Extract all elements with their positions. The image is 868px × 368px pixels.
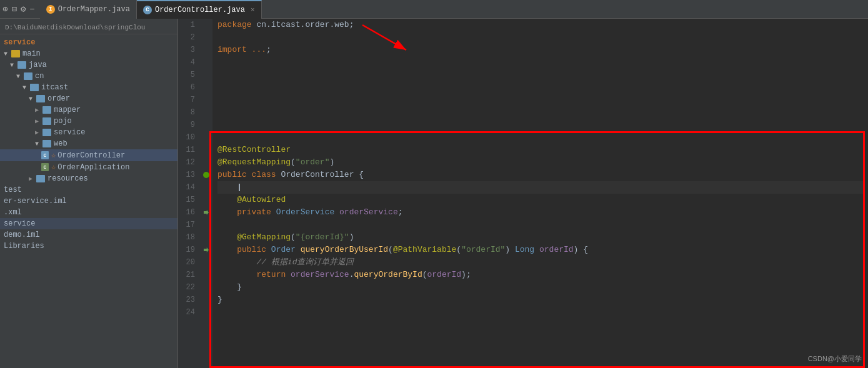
sidebar: D:\BaiduNetdiskDownload\springClou servi… xyxy=(0,19,178,368)
gutter-icons xyxy=(200,19,212,368)
code-lines[interactable]: package cn.itcast.order.web; import ...;… xyxy=(212,19,868,368)
sidebar-item-cn[interactable]: ▼ cn xyxy=(0,71,177,82)
code-line-4 xyxy=(217,56,863,69)
gutter-arrow-16 xyxy=(204,210,209,215)
tab-toolbar-icons: ⊕ ⊟ ⚙ − xyxy=(2,4,35,14)
file-icon-ordercontroller: C xyxy=(41,151,49,159)
code-area: 1 2 3 4 5 6 7 8 9 10 11 12 13 14 15 16 1… xyxy=(178,19,868,368)
mapper-label: mapper xyxy=(54,106,81,114)
sidebar-item-java[interactable]: ▼ java xyxy=(0,59,177,71)
web-label: web xyxy=(54,139,67,148)
code-line-21: return orderService.queryOrderById(order… xyxy=(217,269,863,281)
main-layout: D:\BaiduNetdiskDownload\springClou servi… xyxy=(0,19,868,368)
sidebar-item-service-root[interactable]: service xyxy=(0,37,177,48)
arrow-main: ▼ xyxy=(4,51,10,57)
sidebar-item-order[interactable]: ▼ order xyxy=(0,93,177,104)
settings-icon[interactable]: ⚙ xyxy=(21,4,26,14)
ordercontroller-label: OrderController xyxy=(57,151,125,160)
iml-label: er-service.iml xyxy=(4,197,67,206)
arrow-order: ▼ xyxy=(29,96,35,102)
code-line-18: @GetMapping("{orderId}") xyxy=(217,231,863,244)
sidebar-path: D:\BaiduNetdiskDownload\springClou xyxy=(0,21,177,34)
orderapplication-label: OrderApplication xyxy=(57,163,129,172)
resources-label: resources xyxy=(47,174,88,183)
code-line-3: import ...; xyxy=(217,44,863,56)
arrow-service: ▶ xyxy=(35,129,41,136)
code-line-19: public Order queryOrderByUserId(@PathVar… xyxy=(217,244,863,256)
watermark: CSDN@小爱同学 xyxy=(808,352,862,365)
code-line-2 xyxy=(217,31,863,44)
arrow-resources: ▶ xyxy=(29,175,35,182)
sidebar-item-service[interactable]: ▶ service xyxy=(0,127,177,138)
folder-icon-cn xyxy=(24,72,32,80)
sidebar-item-libraries[interactable]: Libraries xyxy=(0,241,177,252)
breakpoint-13 xyxy=(203,172,209,178)
folder-icon-resources xyxy=(36,175,45,182)
code-line-16: private OrderService orderService; xyxy=(217,206,863,219)
folder-icon-mapper xyxy=(42,106,51,114)
tab-ordercontroller[interactable]: C OrderController.java × xyxy=(137,0,262,19)
code-line-20: // 根据id查询订单并返回 xyxy=(217,256,863,269)
sidebar-item-itcast[interactable]: ▼ itcast xyxy=(0,82,177,93)
tab-icon-ordercontroller: C xyxy=(143,6,152,14)
file-icon-star: ☆ xyxy=(51,151,56,160)
sidebar-item-web[interactable]: ▼ web xyxy=(0,138,177,149)
pojo-label: pojo xyxy=(54,117,72,126)
folder-icon-order xyxy=(36,95,45,102)
globe-icon[interactable]: ⊕ xyxy=(2,4,7,14)
tab-icon-ordermapper: I xyxy=(46,5,55,14)
sidebar-item-orderapplication[interactable]: C ☆ OrderApplication xyxy=(0,161,177,173)
sidebar-item-pojo[interactable]: ▶ pojo xyxy=(0,116,177,127)
folder-icon-itcast xyxy=(30,84,39,91)
editor[interactable]: 1 2 3 4 5 6 7 8 9 10 11 12 13 14 15 16 1… xyxy=(178,19,868,368)
sidebar-item-ordercontroller[interactable]: C ☆ OrderController xyxy=(0,149,177,161)
sidebar-item-main[interactable]: ▼ main xyxy=(0,48,177,59)
itcast-label: itcast xyxy=(41,83,68,92)
main-label: main xyxy=(22,49,41,58)
arrow-cn: ▼ xyxy=(16,73,22,80)
arrow-java: ▼ xyxy=(10,62,16,69)
file-icon-star2: ☆ xyxy=(51,162,56,172)
sidebar-item-iml[interactable]: er-service.iml xyxy=(0,196,177,207)
code-line-11: @RestController xyxy=(217,144,863,156)
arrow-itcast: ▼ xyxy=(22,84,29,91)
code-line-9 xyxy=(217,119,863,131)
java-label: java xyxy=(29,61,47,69)
code-line-5 xyxy=(217,69,863,81)
folder-icon-web xyxy=(42,140,51,147)
line-numbers: 1 2 3 4 5 6 7 8 9 10 11 12 13 14 15 16 1… xyxy=(178,19,200,368)
code-line-6 xyxy=(217,81,863,94)
service2-label: service xyxy=(4,219,35,228)
code-line-12: @RequestMapping("order") xyxy=(217,156,863,169)
tab-label-ordercontroller: OrderController.java xyxy=(155,6,245,14)
code-line-13: public class OrderController { xyxy=(217,169,863,181)
sidebar-item-test[interactable]: test xyxy=(0,184,177,196)
sidebar-item-resources[interactable]: ▶ resources xyxy=(0,173,177,184)
tab-label-ordermapper: OrderMapper.java xyxy=(58,5,130,14)
service-root-label: service xyxy=(4,38,35,47)
split-icon[interactable]: ⊟ xyxy=(11,4,16,14)
code-line-8 xyxy=(217,106,863,119)
folder-icon-service xyxy=(42,129,51,136)
libraries-label: Libraries xyxy=(4,242,44,251)
sidebar-item-xml[interactable]: .xml xyxy=(0,207,177,218)
minimize-icon[interactable]: − xyxy=(29,4,34,14)
arrow-web: ▼ xyxy=(35,141,41,147)
code-line-24 xyxy=(217,306,863,319)
code-line-22: } xyxy=(217,281,863,294)
file-icon-orderapplication: C xyxy=(41,163,49,171)
sidebar-item-service2[interactable]: service xyxy=(0,218,177,229)
code-line-17 xyxy=(217,219,863,231)
tab-ordermapper[interactable]: I OrderMapper.java xyxy=(40,0,137,19)
cn-label: cn xyxy=(35,72,44,81)
demo-iml-label: demo.iml xyxy=(4,231,40,239)
tab-bar: ⊕ ⊟ ⚙ − I OrderMapper.java C OrderContro… xyxy=(0,0,868,19)
tab-close-ordercontroller[interactable]: × xyxy=(251,6,255,14)
arrow-pojo: ▶ xyxy=(35,117,41,125)
folder-icon-pojo xyxy=(42,117,51,125)
sidebar-item-mapper[interactable]: ▶ mapper xyxy=(0,104,177,116)
arrow-mapper: ▶ xyxy=(35,106,41,114)
service-label: service xyxy=(54,128,85,137)
sidebar-item-demo-iml[interactable]: demo.iml xyxy=(0,229,177,241)
folder-icon-java xyxy=(17,61,26,69)
